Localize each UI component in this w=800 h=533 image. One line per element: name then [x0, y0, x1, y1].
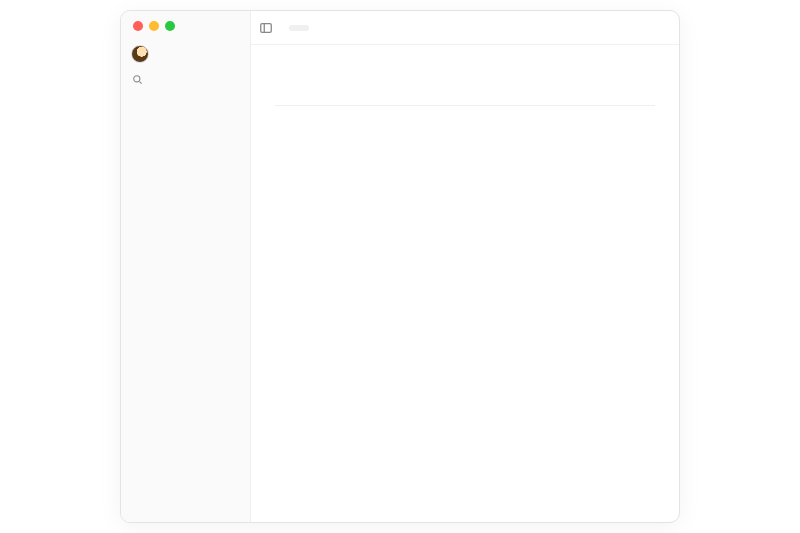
- close-icon[interactable]: [133, 21, 143, 31]
- style-table: [275, 95, 655, 106]
- document-content: [251, 45, 679, 522]
- window-controls: [133, 21, 175, 31]
- topbar: [251, 11, 679, 45]
- main-pane: [251, 11, 679, 522]
- th-effect: [465, 95, 655, 106]
- search-input[interactable]: [127, 71, 244, 91]
- sidebar: [121, 11, 251, 522]
- search-icon: [131, 73, 143, 85]
- tab-current[interactable]: [289, 25, 309, 31]
- minimize-icon[interactable]: [149, 21, 159, 31]
- svg-rect-2: [261, 23, 272, 32]
- app-window: [120, 10, 680, 523]
- svg-line-1: [139, 81, 141, 83]
- sidebar-toggle-icon[interactable]: [259, 21, 273, 35]
- zoom-icon[interactable]: [165, 21, 175, 31]
- th-format: [275, 95, 465, 106]
- svg-point-0: [133, 75, 139, 81]
- profile[interactable]: [127, 43, 244, 71]
- avatar: [131, 45, 149, 63]
